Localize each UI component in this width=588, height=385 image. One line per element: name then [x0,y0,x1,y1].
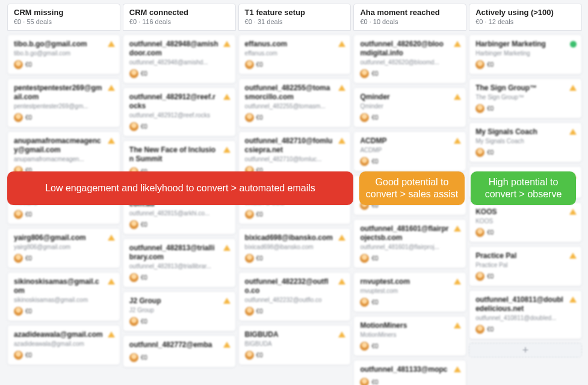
deal-meta: €0 [245,254,345,263]
deal-amount: €0 [371,70,378,77]
deal-subtitle: ACDMP [360,147,460,153]
deal-title: My Signals Coach [475,128,575,137]
deal-subtitle: J2 Group [129,307,229,313]
column-title: T1 feature setup [245,8,345,17]
deal-title: outfunnel_410811@doubledelicious.net [475,295,575,313]
column-cards: outfunnel_482620@bloomdigital.infooutfun… [353,34,466,385]
column-title: CRM missing [14,8,114,17]
deal-card[interactable]: outfunnel_481601@flairprojectsb.comoutfu… [353,219,466,268]
deal-card[interactable]: pentestpentester269@gmail.compentestpent… [7,78,120,128]
deal-card[interactable]: tibo.b.go@gmail.comtibo.b.go@gmail.com€0 [7,34,120,75]
deal-amount: €0 [256,255,263,262]
column-header[interactable]: CRM missing€0 · 55 deals [7,4,120,31]
deal-card[interactable]: outfunnl_482772@emba€0 [123,335,236,368]
deal-subtitle: outfunnel_482815@arkhi.co... [129,210,229,217]
deal-title: Qminder [360,93,460,102]
column-header[interactable]: CRM connected€0 · 116 deals [123,4,236,31]
avatar-icon [245,210,254,219]
column-header[interactable]: Aha moment reached€0 · 10 deals [353,4,466,31]
avatar-icon [129,220,138,229]
deal-meta: €0 [360,378,460,385]
deal-amount: €0 [141,318,147,325]
warning-icon [223,147,231,153]
warning-icon [108,235,115,241]
warning-icon [454,94,461,100]
avatar-icon [129,353,138,362]
deal-card[interactable]: The Sign Group™The Sign Group™€0 [469,78,582,119]
deal-subtitle: azadideawala@gmail.com [14,340,114,347]
deal-card[interactable]: sikinoskisamas@gmail.comsikinoskisamas@g… [7,272,120,321]
deal-card[interactable]: outfunnel_482948@amishdoor.comoutfunnel_… [123,34,236,84]
warning-icon [454,322,461,328]
deal-meta: €0 [360,298,460,307]
warning-icon [569,129,577,135]
deal-meta: €0 [14,254,114,263]
deal-amount: €0 [371,299,378,306]
warning-icon [223,94,231,100]
deal-card[interactable]: outfunnel_482232@outflo.cooutfunnel_4822… [238,272,351,321]
deal-card[interactable]: outfunnel_482620@bloomdigital.infooutfun… [353,34,466,84]
warning-icon [108,279,115,285]
deal-meta: €0 [129,353,229,362]
deal-card[interactable]: outfunnel_482912@reef.rocksoutfunnel_482… [123,87,236,137]
deal-amount: €0 [256,352,263,359]
deal-card[interactable]: outfunnel_410811@doubledelicious.netoutf… [469,290,582,339]
deal-title: effanus.com [245,40,345,49]
deal-meta: €0 [245,351,345,360]
deal-meta: €0 [475,60,575,69]
deal-title: tibo.b.go@gmail.com [14,40,114,49]
deal-subtitle: My Signals Coach [475,138,575,144]
avatar-icon [129,122,138,131]
deal-card[interactable]: outfunnel_481133@mopc€0 [353,360,466,385]
warning-icon [338,235,345,241]
deal-title: The New Face of Inclusion Summit [129,146,229,164]
deal-amount: €0 [25,61,32,68]
deal-subtitle: outfunnel_482710@fomluc... [245,156,345,162]
deal-meta: €0 [360,254,460,263]
warning-icon [338,41,345,47]
deal-card[interactable]: Practice PalPractice Pal€0 [469,246,582,286]
deal-card[interactable]: MotionMinersMotionMiners€0 [353,316,466,356]
deal-meta: €0 [14,210,114,219]
warning-icon [108,331,115,337]
deal-meta: €0 [129,69,229,78]
deal-card[interactable]: BIGBUDABIGBUDA€0 [238,325,351,365]
column-header[interactable]: T1 feature setup€0 · 31 deals [238,4,351,31]
column-header[interactable]: Actively using (>100)€0 · 12 deals [469,4,582,31]
avatar-icon [245,60,254,69]
avatar-icon [475,104,484,113]
deal-card[interactable]: KOOSKOOS€0 [469,202,582,242]
deal-card[interactable]: yairg806@gmail.comyairg806@gmail.com€0 [7,228,120,268]
warning-icon [223,245,231,251]
deal-card[interactable]: outfunnel_482255@tomasmorcillo.comoutfun… [238,78,351,128]
deal-card[interactable]: rnvuptest.comrnvuptest.com€0 [353,272,466,312]
avatar-icon [360,157,369,166]
deal-subtitle: outfunnel_482232@outflo.co [245,297,345,303]
warning-icon [108,41,115,47]
deal-card[interactable]: Harbinger MarketingHarbinger Marketing€0 [469,34,582,75]
deal-meta: €0 [245,210,345,219]
add-deal-button[interactable]: + [469,343,582,357]
deal-title: sikinoskisamas@gmail.com [14,277,114,295]
deal-card[interactable]: outfunnel_482813@triallibrary.comoutfunn… [123,238,236,288]
deal-card[interactable]: azadideawala@gmail.comazadideawala@gmail… [7,325,120,365]
column-subtitle: €0 · 10 deals [360,18,460,25]
deal-meta: €0 [360,113,460,122]
deal-subtitle: anupamafromacmeagen... [14,156,114,162]
deal-card[interactable]: bixicad698@ibansko.combixicad698@ibansko… [238,228,351,268]
deal-title: azadideawala@gmail.com [14,330,114,339]
deal-meta: €0 [475,228,575,237]
deal-title: outfunnel_482255@tomasmorcillo.com [245,84,345,102]
deal-card[interactable]: ACDMPACDMP€0 [353,131,466,171]
deal-card[interactable]: QminderQminder€0 [353,87,466,128]
avatar-icon [245,254,254,263]
deal-card[interactable]: My Signals CoachMy Signals Coach€0 [469,122,582,162]
deal-title: outfunnel_482912@reef.rocks [129,93,229,111]
warning-icon [569,253,577,259]
column-subtitle: €0 · 55 deals [14,18,114,25]
deal-card[interactable]: J2 GroupJ2 Group€0 [123,291,236,331]
deal-title: MotionMiners [360,321,460,330]
warning-icon [338,138,345,144]
deal-subtitle: sikinoskisamas@gmail.com [14,297,114,303]
deal-card[interactable]: effanus.comeffanus.com€0 [238,34,351,75]
